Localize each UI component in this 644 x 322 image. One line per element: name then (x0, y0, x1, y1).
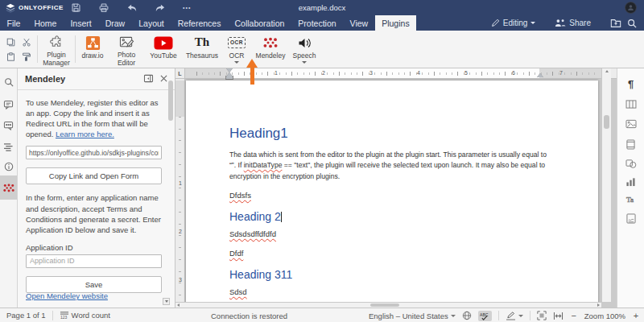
editing-mode-button[interactable]: Editing (491, 19, 536, 27)
learn-more-link[interactable]: Learn more here. (56, 130, 114, 138)
scroll-right-arrow[interactable] (597, 303, 600, 307)
redirect-url-input[interactable] (26, 146, 162, 159)
puzzle-icon (49, 35, 64, 50)
sidebar-item-comments[interactable] (0, 94, 17, 115)
chart-settings-icon (625, 177, 636, 187)
sidebar-item-chat[interactable] (0, 115, 17, 136)
fit-page-icon (537, 311, 547, 320)
sidebar-item-search[interactable] (0, 72, 17, 93)
tab-collaboration[interactable]: Collaboration (228, 15, 291, 31)
cut-button[interactable] (22, 35, 31, 50)
open-file-location-button[interactable] (610, 19, 621, 28)
table-settings-icon (625, 100, 637, 109)
tab-insert[interactable]: Insert (64, 15, 98, 31)
share-button[interactable]: Share (555, 19, 591, 27)
fit-width-button[interactable] (553, 312, 564, 320)
sidebar-item-mendeley[interactable] (0, 175, 17, 200)
scroll-left-arrow[interactable] (177, 303, 180, 307)
tab-file[interactable]: File (0, 15, 27, 31)
shape-settings-button[interactable] (617, 155, 644, 172)
zoom-in-button[interactable]: + (632, 311, 640, 320)
chart-settings-button[interactable] (617, 173, 644, 191)
pencil-icon (491, 19, 500, 27)
application-id-input[interactable] (26, 254, 162, 268)
save-button[interactable]: Save (26, 276, 162, 293)
ocr-icon: OCR (228, 37, 246, 47)
panel-scroll-down-button[interactable] (163, 298, 170, 305)
sidebar-item-about[interactable] (0, 156, 17, 177)
plugin-manager-button[interactable]: Plugin Manager (38, 31, 75, 68)
sidebar-item-navigation[interactable] (0, 136, 17, 157)
vertical-scrollbar-thumb[interactable] (604, 115, 609, 129)
document-page[interactable]: Heading1 The data which is sent from the… (186, 80, 598, 308)
close-panel-button[interactable] (160, 75, 167, 84)
word-count-button[interactable]: 123 Word count (60, 311, 110, 320)
photo-editor-button[interactable]: Photo Editor (109, 31, 143, 68)
spellcheck-button[interactable]: ABC (478, 311, 492, 321)
ruler-number: 1 (272, 70, 280, 76)
copy-link-open-form-button[interactable]: Copy Link and Open Form (26, 167, 162, 184)
ruler-number: 2 (175, 229, 185, 234)
more-button[interactable]: ••• (183, 5, 191, 10)
print-button[interactable] (98, 2, 109, 13)
open-mendeley-website-link[interactable]: Open Mendeley website (26, 291, 108, 300)
panel-scrollbar-thumb[interactable] (168, 80, 173, 121)
chevron-down-icon (451, 315, 456, 317)
tab-protection[interactable]: Protection (291, 15, 343, 31)
horizontal-scrollbar-thumb[interactable] (370, 303, 399, 307)
signature-settings-button[interactable] (617, 209, 644, 227)
format-painter-button[interactable] (22, 50, 31, 64)
paste-button[interactable] (6, 50, 15, 64)
mendeley-label: Mendeley (256, 52, 286, 60)
pointer-arrow (246, 59, 258, 85)
tab-draw[interactable]: Draw (98, 15, 132, 31)
avatar[interactable] (625, 2, 637, 14)
ruler-number: 3 (175, 277, 185, 283)
search-button[interactable] (627, 19, 637, 28)
scroll-up-arrow[interactable] (605, 70, 609, 72)
thesaurus-button[interactable]: Th Thesaurus (184, 31, 221, 68)
vertical-ruler[interactable]: 1 2 3 (175, 79, 185, 302)
tab-stop-selector[interactable]: L (175, 68, 185, 79)
titlebar: ONLYOFFICE • (0, 0, 644, 15)
save-button[interactable] (71, 2, 81, 13)
header-footer-settings-button[interactable] (617, 135, 644, 153)
image-settings-button[interactable] (617, 115, 644, 133)
redo-icon (155, 3, 166, 13)
language-selector[interactable]: English – United States (369, 312, 456, 320)
paragraph-settings-icon: ¶ (628, 78, 634, 90)
tab-plugins[interactable]: Plugins (375, 15, 416, 31)
undo-button[interactable] (126, 3, 138, 13)
youtube-button[interactable]: YouTube (143, 31, 184, 68)
document-language-button[interactable] (462, 311, 472, 320)
dock-panel-button[interactable] (143, 74, 154, 85)
tab-references[interactable]: References (171, 15, 228, 31)
drawio-label: draw.io (82, 52, 104, 60)
zoom-level-label[interactable]: Zoom 100% (584, 312, 625, 320)
ruler-number: 5 (462, 70, 470, 76)
ruler-number: 6 (510, 70, 518, 76)
header-footer-icon (626, 139, 635, 150)
track-changes-button[interactable] (506, 312, 523, 320)
text-art-settings-button[interactable]: Ta (617, 191, 644, 208)
copy-button[interactable] (6, 35, 15, 50)
paragraph-settings-button[interactable]: ¶ (617, 75, 644, 93)
indent-markers[interactable] (225, 68, 234, 79)
zoom-out-button[interactable]: − (570, 311, 578, 320)
tab-view[interactable]: View (343, 15, 375, 31)
app-name: ONLYOFFICE (19, 4, 64, 11)
page-count-label[interactable]: Page 1 of 1 (6, 311, 46, 320)
tab-layout[interactable]: Layout (132, 15, 171, 31)
drawio-button[interactable]: draw.io (76, 31, 109, 68)
speech-button[interactable]: Speech (288, 31, 320, 68)
text-cursor (281, 212, 282, 222)
table-settings-button[interactable] (617, 95, 644, 113)
tab-home[interactable]: Home (27, 15, 64, 31)
doc-heading1: Heading1 (229, 126, 550, 142)
fit-page-button[interactable] (537, 311, 547, 320)
doc-heading2: Heading 2 (229, 210, 550, 223)
right-indent-marker[interactable] (536, 73, 543, 77)
redo-button[interactable] (155, 3, 166, 13)
horizontal-scrollbar[interactable] (175, 302, 601, 308)
vertical-scrollbar[interactable] (601, 68, 611, 302)
